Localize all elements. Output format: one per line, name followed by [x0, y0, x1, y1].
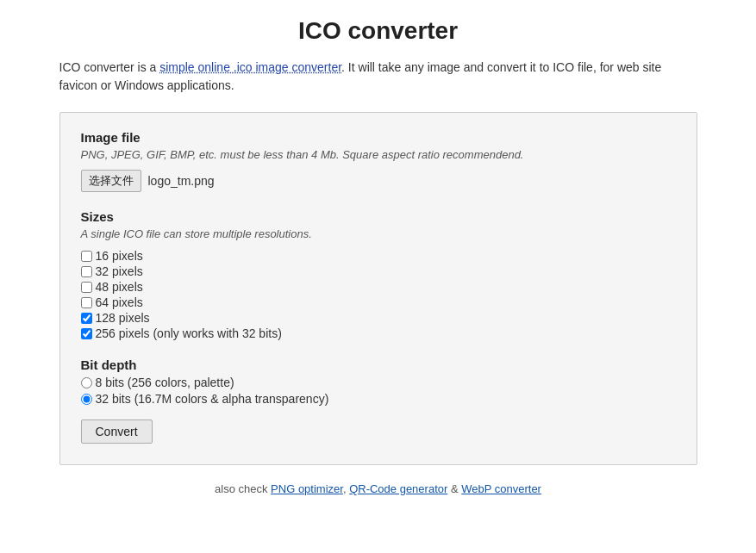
sizes-section: Sizes A single ICO file can store multip… — [81, 209, 676, 340]
file-input-row: 选择文件 logo_tm.png — [81, 170, 676, 192]
size-128-checkbox[interactable] — [81, 313, 92, 324]
footer: also check PNG optimizer, QR-Code genera… — [59, 482, 697, 495]
page-title: ICO converter — [59, 17, 697, 45]
size-128-label: 128 pixels — [96, 311, 150, 325]
convert-button[interactable]: Convert — [81, 419, 153, 444]
size-64-item: 64 pixels — [81, 295, 676, 309]
size-256-label: 256 pixels (only works with 32 bits) — [96, 326, 282, 340]
bit-8-radio[interactable] — [81, 377, 92, 388]
size-16-checkbox[interactable] — [81, 251, 92, 262]
size-128-item: 128 pixels — [81, 311, 676, 325]
bit-8-label: 8 bits (256 colors, palette) — [96, 376, 234, 389]
qr-code-link[interactable]: QR-Code generator — [349, 482, 447, 495]
image-file-section: Image file PNG, JPEG, GIF, BMP, etc. mus… — [81, 130, 676, 192]
size-32-checkbox[interactable] — [81, 266, 92, 277]
bit-depth-title: Bit depth — [81, 357, 676, 372]
sizes-hint: A single ICO file can store multiple res… — [81, 227, 676, 240]
page-description: ICO converter is a simple online .ico im… — [59, 59, 697, 95]
size-32-label: 32 pixels — [96, 264, 143, 278]
png-optimizer-link[interactable]: PNG optimizer — [271, 482, 343, 495]
size-32-item: 32 pixels — [81, 264, 676, 278]
bit-32-item: 32 bits (16.7M colors & alpha transparen… — [81, 392, 676, 406]
size-16-item: 16 pixels — [81, 249, 676, 263]
webp-converter-link[interactable]: WebP converter — [461, 482, 541, 495]
image-file-hint: PNG, JPEG, GIF, BMP, etc. must be less t… — [81, 148, 676, 161]
size-64-checkbox[interactable] — [81, 297, 92, 308]
size-256-item: 256 pixels (only works with 32 bits) — [81, 326, 676, 340]
bit-32-label: 32 bits (16.7M colors & alpha transparen… — [96, 392, 329, 406]
sizes-title: Sizes — [81, 209, 676, 224]
size-48-checkbox[interactable] — [81, 282, 92, 293]
size-48-label: 48 pixels — [96, 280, 143, 294]
image-file-title: Image file — [81, 130, 676, 145]
size-256-checkbox[interactable] — [81, 328, 92, 339]
bit-32-radio[interactable] — [81, 394, 92, 405]
bit-8-item: 8 bits (256 colors, palette) — [81, 376, 676, 389]
size-64-label: 64 pixels — [96, 295, 143, 309]
bit-depth-section: Bit depth 8 bits (256 colors, palette) 3… — [81, 357, 676, 406]
form-container: Image file PNG, JPEG, GIF, BMP, etc. mus… — [59, 112, 697, 465]
size-16-label: 16 pixels — [96, 249, 143, 263]
file-name-display: logo_tm.png — [148, 174, 215, 188]
footer-prefix: also check — [215, 482, 271, 495]
size-48-item: 48 pixels — [81, 280, 676, 294]
choose-file-button[interactable]: 选择文件 — [81, 170, 141, 192]
